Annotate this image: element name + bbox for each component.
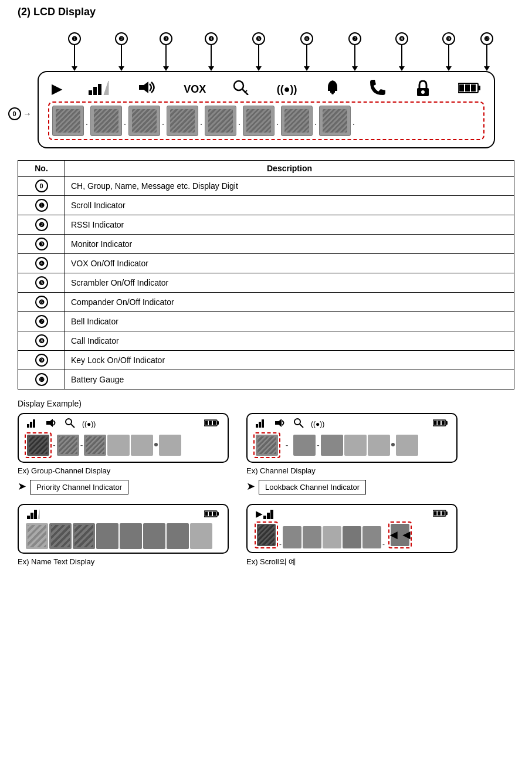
scroll-indicator-icon: ▶ <box>256 509 262 519</box>
svg-marker-3 <box>104 81 109 95</box>
dot-1: . <box>86 116 89 127</box>
svg-rect-16 <box>478 86 480 90</box>
table-row: 0 CH, Group, Name, Message etc. Display … <box>18 177 514 196</box>
svg-rect-47 <box>217 512 219 516</box>
scroll-battery-icon <box>433 509 448 519</box>
priority-channel-indicator-label: Priority Channel Indicator <box>30 480 128 494</box>
bottom-battery-icon <box>204 510 219 520</box>
mini-monitor-icon2 <box>275 418 286 429</box>
dot-6: . <box>276 116 279 127</box>
mini-battery-icon2 <box>433 419 448 429</box>
callout-3: ❸ <box>160 32 172 71</box>
callout-9: ❾ <box>442 32 455 71</box>
lookback-channel-indicator-label: Lookback Channel Indicator <box>259 480 366 494</box>
row-num: ❶ <box>18 196 65 215</box>
mini-compander-icon: ((●)) <box>82 420 96 428</box>
row-desc: Key Lock On/Off Indicator <box>65 351 514 370</box>
digit-2 <box>90 106 122 136</box>
table-row: ❷ RSSI Indicator <box>18 215 514 235</box>
row-desc: Scroll Indicator <box>65 196 514 215</box>
svg-rect-13 <box>459 84 464 92</box>
svg-rect-2 <box>98 84 101 95</box>
callout-2: ❷ <box>115 32 128 71</box>
svg-rect-0 <box>89 90 92 95</box>
bottom-digits-left <box>25 523 222 549</box>
svg-rect-38 <box>446 421 448 425</box>
svg-point-9 <box>331 92 334 94</box>
svg-rect-39 <box>27 516 30 519</box>
caption-scroll: Ex) Scroll의 예 <box>246 557 296 567</box>
table-row: ❼ Bell Indicator <box>18 312 514 331</box>
table-row: ❻ Compander On/Off Indicator <box>18 293 514 312</box>
col-no-header: No. <box>18 161 65 177</box>
row-num: 0 <box>18 177 65 196</box>
compander-icon: ((●)) <box>277 83 297 96</box>
svg-rect-36 <box>438 421 440 425</box>
row-desc: VOX On/Off Indicator <box>65 254 514 273</box>
dot-3: . <box>162 116 165 127</box>
row-num: ❽ <box>18 331 65 351</box>
mini-icons-left: ((●)) <box>25 418 222 430</box>
dot-2: . <box>124 116 127 127</box>
example-group-channel: ((●)) <box>18 413 229 494</box>
num-circle-4: ❹ <box>205 32 218 45</box>
digit-8 <box>319 106 351 136</box>
vox-icon: VOX <box>184 83 206 96</box>
example-lcd-right: ((●)) - <box>246 413 458 463</box>
num-circle-9: ❾ <box>442 32 455 45</box>
lookback-indicator-row: ➤ Lookback Channel Indicator <box>246 477 366 494</box>
examples-bottom-row: Ex) Name Text Display ▶ <box>18 504 514 570</box>
callout-4: ❹ <box>205 32 218 71</box>
svg-rect-27 <box>217 421 219 425</box>
row-num: ❿ <box>18 370 65 389</box>
digits-row: . . . . . . . . <box>48 101 484 140</box>
battery-icon <box>458 82 480 97</box>
row-num: ❼ <box>18 312 65 331</box>
table-row: ❽ Call Indicator <box>18 331 514 351</box>
call-icon <box>368 80 388 99</box>
svg-point-32 <box>294 419 300 425</box>
num-circle-10: ❿ <box>480 32 493 45</box>
mini-scrambler-icon <box>65 418 75 430</box>
dot-4: . <box>200 116 203 127</box>
mini-compander-icon2: ((●)) <box>311 420 324 428</box>
svg-line-7 <box>245 90 247 93</box>
example-lcd-left: ((●)) <box>18 413 229 463</box>
svg-rect-15 <box>471 84 476 92</box>
page-title: (2) LCD Display <box>18 6 514 18</box>
row-desc: Call Indicator <box>65 331 514 351</box>
mini-digits-right: - - <box>253 432 450 458</box>
dot-7: . <box>314 116 317 127</box>
svg-rect-45 <box>209 512 212 516</box>
row-desc: Battery Gauge <box>65 370 514 389</box>
bottom-lcd-left <box>18 504 229 554</box>
caption-name-text: Ex) Name Text Display <box>18 557 94 566</box>
svg-rect-46 <box>213 512 216 516</box>
svg-rect-55 <box>446 511 448 515</box>
svg-rect-53 <box>438 511 440 515</box>
row-num: ❹ <box>18 254 65 273</box>
col-desc-header: Description <box>65 161 514 177</box>
callout-1: ❶ <box>68 32 81 71</box>
scrambler-icon <box>233 80 249 99</box>
num-circle-7: ❼ <box>348 32 361 45</box>
callout-0: 0 → <box>8 107 32 120</box>
row-num: ❷ <box>18 215 65 235</box>
mini-battery-icon <box>204 419 219 429</box>
dot-8: . <box>353 116 355 127</box>
digit-1 <box>52 106 84 136</box>
bottom-digits-right: - - ◄◄ <box>253 521 450 548</box>
row-num: ❻ <box>18 293 65 312</box>
svg-rect-37 <box>442 421 445 425</box>
example-name-text: Ex) Name Text Display <box>18 504 229 570</box>
keylock-icon <box>415 80 431 99</box>
caption-group-channel: Ex) Group-Channel Display <box>18 466 110 475</box>
svg-rect-52 <box>434 511 437 515</box>
svg-rect-40 <box>31 513 33 519</box>
row-desc: Monitor Indicator <box>65 235 514 254</box>
svg-rect-14 <box>465 84 470 92</box>
mini-scrambler-icon2 <box>293 418 304 430</box>
priority-arrow: ➤ <box>18 480 26 493</box>
digit-4 <box>167 106 198 136</box>
svg-rect-29 <box>259 422 261 428</box>
